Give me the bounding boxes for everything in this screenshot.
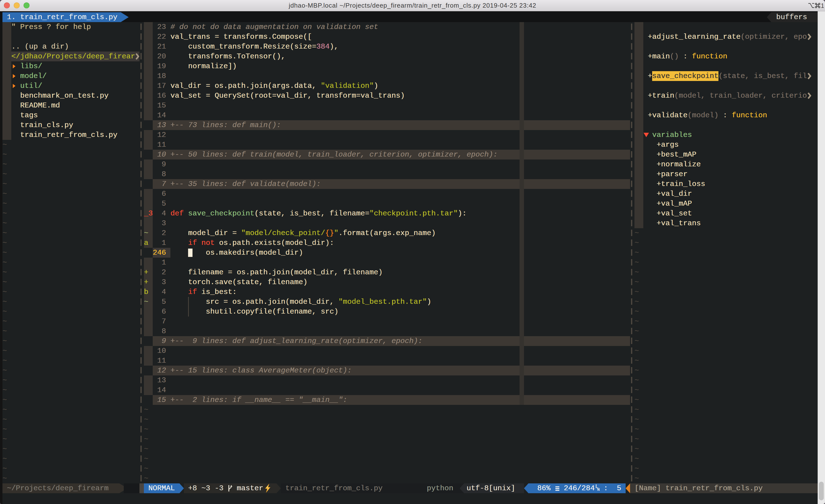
svg-text:1: 1 [821, 2, 824, 9]
